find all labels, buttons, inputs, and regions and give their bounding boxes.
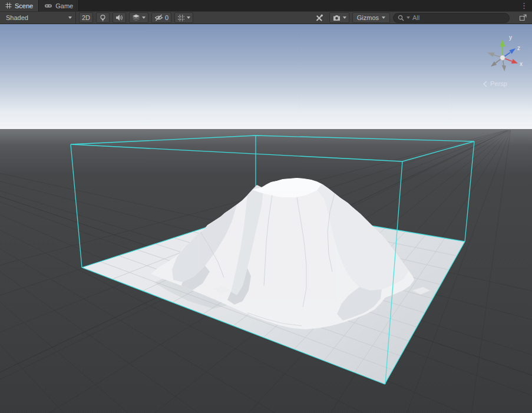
draw-mode-label: Shaded: [6, 14, 28, 21]
tab-scene-label: Scene: [15, 2, 33, 9]
scene-lighting-button[interactable]: [96, 12, 110, 23]
grid-icon: [177, 14, 185, 22]
camera-settings-button[interactable]: [329, 12, 349, 23]
scene-search-field[interactable]: All: [393, 13, 510, 23]
tabbar-spacer: [79, 0, 516, 11]
wrench-hammer-icon: [315, 14, 323, 22]
projection-label: Persp: [490, 80, 507, 87]
camera-icon: [332, 15, 341, 21]
chevron-down-icon: [407, 16, 410, 19]
scene-audio-button[interactable]: [113, 12, 126, 23]
float-window-button[interactable]: [516, 12, 530, 23]
tab-bar: Scene Game ⋮: [0, 0, 532, 11]
chevron-down-icon: [343, 16, 346, 19]
eye-slash-icon: [154, 14, 163, 21]
scene-toolbar: Shaded 2D: [0, 11, 532, 24]
gamepad-icon: [44, 3, 52, 9]
toggle-2d-label: 2D: [82, 14, 90, 21]
chevron-down-icon: [382, 16, 385, 19]
hidden-objects-button[interactable]: 0: [151, 12, 171, 23]
tab-scene[interactable]: Scene: [0, 0, 39, 11]
search-icon: [398, 15, 404, 21]
hidden-objects-count: 0: [165, 14, 168, 21]
scene-grid-icon: [5, 2, 12, 9]
toggle-2d-button[interactable]: 2D: [79, 12, 93, 23]
tab-game-label: Game: [55, 2, 73, 9]
editor-tools-button[interactable]: [312, 12, 326, 23]
scene-effects-button[interactable]: [129, 12, 148, 23]
axis-z-label: z: [517, 45, 520, 51]
axis-x-label: x: [520, 61, 523, 67]
search-filter-label: All: [412, 14, 419, 21]
effects-layers-icon: [132, 14, 140, 21]
gizmo-center-handle[interactable]: [500, 55, 505, 60]
gizmos-dropdown[interactable]: Gizmos: [352, 12, 390, 23]
draw-mode-dropdown[interactable]: Shaded: [2, 12, 76, 24]
pop-out-icon: [519, 14, 527, 21]
chevron-down-icon: [68, 16, 72, 19]
unity-scene-window: Scene Game ⋮ Shaded 2D: [0, 0, 532, 413]
chevron-down-icon: [187, 16, 190, 19]
sky: [0, 24, 532, 130]
more-menu-icon[interactable]: ⋮: [516, 0, 532, 11]
tab-game[interactable]: Game: [39, 0, 79, 11]
axis-y-label: y: [509, 34, 512, 41]
gizmos-label: Gizmos: [357, 14, 379, 21]
scene-viewport[interactable]: y z x Persp: [0, 24, 532, 413]
chevron-down-icon: [142, 16, 146, 19]
lightbulb-icon: [99, 14, 107, 22]
scene-render: y z x Persp: [0, 24, 532, 413]
speaker-icon: [115, 14, 123, 21]
grid-visibility-button[interactable]: [174, 12, 193, 23]
